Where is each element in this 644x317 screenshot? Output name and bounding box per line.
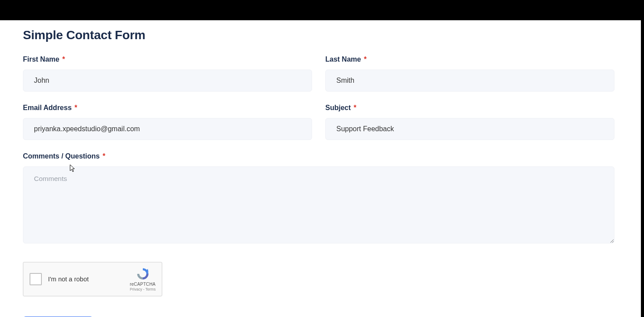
content-panel: Simple Contact Form First Name * Last Na…: [0, 20, 641, 317]
required-star: *: [74, 104, 77, 111]
field-email: Email Address *: [23, 104, 312, 140]
first-name-label-text: First Name: [23, 55, 60, 63]
required-star: *: [62, 55, 65, 63]
comments-label: Comments / Questions *: [23, 152, 614, 160]
recaptcha-checkbox[interactable]: [30, 273, 42, 285]
field-subject: Subject *: [325, 104, 614, 140]
email-label: Email Address *: [23, 104, 312, 112]
contact-form: First Name * Last Name * Email Address *…: [23, 55, 641, 317]
page-title: Simple Contact Form: [23, 20, 641, 55]
required-star: *: [103, 152, 105, 160]
last-name-label: Last Name *: [325, 55, 614, 63]
subject-label: Subject *: [325, 104, 614, 112]
first-name-label: First Name *: [23, 55, 312, 63]
comments-textarea[interactable]: [23, 166, 614, 243]
comments-label-text: Comments / Questions: [23, 152, 100, 160]
field-comments: Comments / Questions *: [23, 152, 614, 243]
submit-row: Send Message: [23, 309, 614, 317]
recaptcha-label: I'm not a robot: [48, 276, 130, 283]
recaptcha-logo-zone: reCAPTCHA Privacy - Terms: [130, 267, 156, 291]
field-last-name: Last Name *: [325, 55, 614, 92]
last-name-label-text: Last Name: [325, 55, 361, 63]
subject-input[interactable]: [325, 118, 614, 140]
recaptcha-widget: I'm not a robot reCAPTCHA Privacy - Term…: [23, 262, 162, 296]
required-star: *: [364, 55, 366, 63]
recaptcha-links[interactable]: Privacy - Terms: [130, 287, 156, 291]
email-input[interactable]: [23, 118, 312, 140]
email-label-text: Email Address: [23, 104, 72, 111]
last-name-input[interactable]: [325, 70, 614, 92]
required-star: *: [354, 104, 356, 111]
field-first-name: First Name *: [23, 55, 312, 92]
subject-label-text: Subject: [325, 104, 351, 111]
recaptcha-brand: reCAPTCHA: [130, 282, 156, 287]
first-name-input[interactable]: [23, 70, 312, 92]
recaptcha-row: I'm not a robot reCAPTCHA Privacy - Term…: [23, 256, 614, 296]
recaptcha-icon: [135, 267, 151, 281]
